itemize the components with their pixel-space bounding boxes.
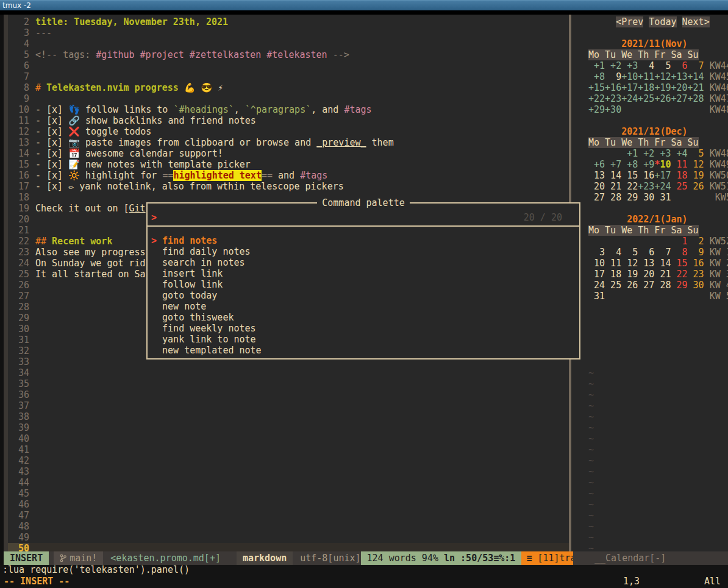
editor-line[interactable]: 48 <box>8 521 569 532</box>
palette-item[interactable]: new note <box>148 301 579 312</box>
calendar-day[interactable]: +2 <box>638 148 654 159</box>
calendar-day[interactable]: 4 <box>638 60 654 71</box>
editor-line[interactable]: 17- [x] ✏ yank notelink, also from wthin… <box>8 181 569 192</box>
editor-line[interactable]: 44 <box>8 477 569 488</box>
filename-label[interactable]: <ekasten.promo.md[+] <box>103 551 228 565</box>
calendar-day[interactable]: 18 <box>605 269 621 280</box>
editor-line[interactable]: 5<!-- tags: #github #project #zettelkast… <box>8 49 569 60</box>
calendar-day[interactable]: +3 <box>621 60 638 71</box>
calendar-day[interactable]: 19 <box>688 170 704 181</box>
editor-line[interactable]: 12- [x] ❌ toggle todos <box>8 126 569 137</box>
editor-line[interactable]: 3--- <box>8 27 569 38</box>
calendar-day[interactable]: 20 <box>638 269 654 280</box>
calendar-day[interactable]: 10 <box>660 159 671 170</box>
editor-line[interactable]: 39 <box>8 422 569 433</box>
calendar-day[interactable]: 11 <box>671 159 687 170</box>
calendar-day[interactable]: 14 <box>605 170 621 181</box>
calendar-day[interactable]: +8 <box>588 71 605 82</box>
editor-line[interactable]: 35 <box>8 378 569 389</box>
calendar-day[interactable]: +11 <box>638 71 654 82</box>
palette-item[interactable]: insert link <box>148 268 579 279</box>
calendar-day[interactable]: +1 <box>588 60 605 71</box>
editor-line[interactable]: 15- [x] 📝 new notes with template picker <box>8 159 569 170</box>
calendar-day[interactable]: 31 <box>588 291 605 302</box>
calendar-day[interactable]: +18 <box>638 82 654 93</box>
editor-line[interactable]: 9 <box>8 93 569 104</box>
calendar-day[interactable]: 11 <box>605 258 621 269</box>
calendar-day[interactable]: 15 <box>621 170 638 181</box>
calendar-day[interactable]: 18 <box>671 170 687 181</box>
editor-line[interactable]: 13- [x] 📷 paste images from clipboard or… <box>8 137 569 148</box>
calendar-day[interactable]: +21 <box>688 82 704 93</box>
palette-prompt-input[interactable]: > <box>151 212 157 223</box>
calendar-day[interactable]: 28 <box>605 192 621 203</box>
calendar-day[interactable]: +8 <box>621 159 638 170</box>
editor-line[interactable]: 38 <box>8 411 569 422</box>
calendar-day[interactable]: 5 <box>688 148 704 159</box>
calendar-day[interactable] <box>605 291 704 302</box>
calendar-day[interactable]: 25 <box>671 181 687 192</box>
editor-line[interactable]: 47 <box>8 510 569 521</box>
calendar-day[interactable]: 21 <box>654 269 671 280</box>
editor-line[interactable]: 11- [x] 🔗 show backlinks and friend note… <box>8 115 569 126</box>
calendar-day[interactable]: 23 <box>688 269 704 280</box>
calendar-day[interactable] <box>671 192 704 203</box>
calendar-day[interactable]: 12 <box>621 258 638 269</box>
editor-line[interactable]: 8# Telekasten.nvim progress 💪 😎 ⚡ <box>8 82 569 93</box>
calendar-day[interactable]: +19 <box>654 82 671 93</box>
calendar-day[interactable]: 2 <box>688 236 704 247</box>
calendar-day[interactable]: 14 <box>654 258 671 269</box>
calendar-day[interactable]: 24 <box>588 280 605 291</box>
palette-item[interactable]: find daily notes <box>148 246 579 257</box>
calendar-day[interactable]: +3 <box>654 148 671 159</box>
calendar-day[interactable]: 25 <box>605 280 621 291</box>
palette-item[interactable]: find weekly notes <box>148 323 579 334</box>
calendar-day[interactable]: 7 <box>688 60 704 71</box>
calendar-day[interactable]: +17 <box>621 82 638 93</box>
command-line[interactable]: :lua require('telekasten').panel() <box>0 565 728 575</box>
calendar-day[interactable]: +23 <box>605 93 621 104</box>
editor-line[interactable]: 37 <box>8 400 569 411</box>
calendar-day[interactable]: 29 <box>671 280 687 291</box>
editor-line[interactable]: 43 <box>8 466 569 477</box>
editor-line[interactable]: 6 <box>8 60 569 71</box>
calendar-day[interactable]: 6 <box>638 247 654 258</box>
calendar-day[interactable]: 9 <box>605 71 621 82</box>
calendar-day[interactable]: 30 <box>688 280 704 291</box>
editor-line[interactable]: 46 <box>8 499 569 510</box>
editor-line[interactable]: 16- [x] 🔆 highlight for ==highlighted te… <box>8 170 569 181</box>
calendar-day[interactable]: 1 <box>671 236 687 247</box>
calendar-day[interactable]: +25 <box>638 93 654 104</box>
calendar-day[interactable]: 9 <box>688 247 704 258</box>
calendar-day[interactable]: +28 <box>688 93 704 104</box>
calendar-today-button[interactable]: Today <box>649 16 676 27</box>
calendar-day[interactable]: 7 <box>654 247 671 258</box>
calendar-day[interactable]: 21 <box>605 181 621 192</box>
calendar-day[interactable]: 31 <box>654 192 671 203</box>
calendar-day[interactable]: 22 <box>671 269 687 280</box>
editor-line[interactable]: 4 <box>8 38 569 49</box>
calendar-day[interactable]: 29 <box>621 192 638 203</box>
editor-line[interactable]: 40 <box>8 433 569 444</box>
calendar-day[interactable]: +20 <box>671 82 687 93</box>
calendar-day[interactable]: +24 <box>621 93 638 104</box>
calendar-day[interactable]: 26 <box>688 181 704 192</box>
calendar-day[interactable]: +27 <box>671 93 687 104</box>
calendar-day[interactable]: +30 <box>605 104 621 115</box>
calendar-day[interactable]: 10 <box>588 258 605 269</box>
calendar-day[interactable]: +17 <box>654 170 671 181</box>
calendar-day[interactable]: 26 <box>621 280 638 291</box>
palette-item[interactable]: search in notes <box>148 257 579 268</box>
editor-line[interactable]: 42 <box>8 455 569 466</box>
palette-item[interactable]: follow link <box>148 279 579 290</box>
calendar-day[interactable]: 5 <box>621 247 638 258</box>
calendar-day[interactable]: +22 <box>588 93 605 104</box>
calendar-day[interactable]: 8 <box>671 247 687 258</box>
calendar-day[interactable]: 16 <box>688 258 704 269</box>
calendar-day[interactable]: 15 <box>671 258 687 269</box>
calendar-prev-button[interactable]: <Prev <box>616 16 643 27</box>
calendar-day[interactable]: +12 <box>654 71 671 82</box>
calendar-day[interactable]: 30 <box>638 192 654 203</box>
calendar-day[interactable] <box>621 104 704 115</box>
editor-line[interactable]: 2title: Tuesday, November 23th, 2021 <box>8 16 569 27</box>
